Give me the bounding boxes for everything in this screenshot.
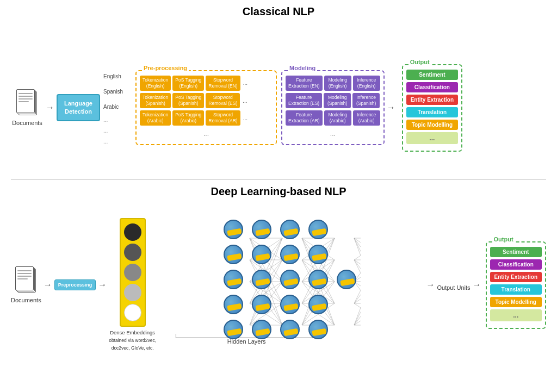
dl-arrow-3: → (424, 280, 437, 290)
dl-arrow-2: → (96, 280, 109, 290)
output-label-dl: Output (492, 236, 515, 242)
lang-detect-label: LanguageDetection (64, 100, 92, 115)
dl-out-classification: Classification (490, 259, 542, 270)
svg-line-69 (354, 303, 361, 325)
lang-dots-1: ... (103, 114, 135, 125)
nn-layer-4 (304, 220, 332, 339)
neuron-out-1 (337, 270, 356, 289)
modeling-es: Modeling(Spanish) (324, 93, 351, 108)
stopword-en: StopwordRemoval (EN) (206, 76, 240, 91)
pos-tagging-ar: PoS Tagging(Arabic) (172, 110, 204, 126)
neuron-2-5 (252, 320, 271, 339)
modeling-dots-row: ... (286, 128, 380, 140)
out-dots-classical: ... (406, 132, 458, 144)
neuron-2-1 (252, 220, 271, 239)
neuron-3-5 (280, 320, 300, 339)
output-units-wrapper: Output Units (437, 279, 470, 291)
out-classification: Classification (406, 82, 458, 92)
classical-documents: Documents (11, 89, 44, 126)
feat-extract-ar: FeatureExtraction (AR) (286, 110, 323, 126)
neuron-3-2 (280, 245, 300, 264)
doc-page-3 (16, 89, 35, 113)
proc-dots-2: ... (242, 98, 248, 104)
doc-stack (16, 89, 38, 117)
out-entity-extraction: Entity Extraction (406, 95, 458, 105)
dl-doc-page-3 (15, 266, 34, 290)
out-topic-modelling: Topic Modelling (406, 120, 458, 130)
neuron-1-4 (224, 295, 243, 314)
arrow-1: → (44, 103, 57, 113)
lang-detect-wrapper: LanguageDetection (57, 94, 100, 122)
embed-circle-2 (124, 244, 141, 261)
embed-circle-1 (124, 223, 141, 241)
model-row-es: FeatureExtraction (ES) Modeling(Spanish)… (286, 93, 380, 108)
classical-diagram: Documents → LanguageDetection English Sp… (11, 23, 546, 192)
output-box-dl: Output Sentiment Classification Entity E… (486, 241, 546, 329)
neuron-2-3 (252, 270, 271, 289)
modeling-en: Modeling(English) (324, 76, 351, 91)
proc-dots-row: ... (140, 128, 273, 140)
lang-spanish: Spanish (103, 84, 135, 99)
neuron-1-2 (224, 245, 243, 264)
output-box-classical: Output Sentiment Classification Entity E… (402, 64, 462, 152)
tokenization-ar: Tokenization(Arabic) (140, 110, 171, 126)
nn-layer-1 (219, 220, 247, 339)
pos-tagging-es: PoS Tagging(Spanish) (172, 93, 204, 108)
modeling-ar: Modeling(Arabic) (324, 110, 351, 126)
out-translation: Translation (406, 107, 458, 117)
nn-output-layer (332, 270, 361, 289)
dl-out-sentiment: Sentiment (490, 247, 542, 257)
lang-dots-3: ... (103, 136, 135, 147)
arrow-2: → (385, 103, 398, 113)
dl-doc-label: Documents (11, 297, 41, 303)
neuron-4-1 (308, 220, 328, 239)
dl-doc-stack (15, 266, 37, 295)
dl-arrow-4: → (471, 280, 484, 290)
out-sentiment: Sentiment (406, 70, 458, 80)
proc-row-arabic: Tokenization(Arabic) PoS Tagging(Arabic)… (140, 110, 273, 126)
inference-ar: Inference(Arabic) (353, 110, 380, 126)
neuron-3-1 (280, 220, 300, 239)
pos-tagging-en: PoS Tagging(English) (172, 76, 204, 91)
neuron-1-1 (224, 220, 243, 239)
svg-line-51 (354, 238, 361, 260)
svg-line-73 (354, 303, 361, 325)
stopword-ar: StopwordRemoval (AR) (206, 110, 240, 126)
proc-row-english: Tokenization(English) PoS Tagging(Englis… (140, 76, 273, 91)
neuron-4-2 (308, 245, 328, 264)
stopword-es: StopwordRemoval (ES) (206, 93, 240, 108)
nn-layer-3 (276, 220, 304, 339)
output-units-label: Output Units (437, 284, 470, 291)
dl-out-topic-modelling: Topic Modelling (490, 297, 542, 307)
nn-layer-2 (247, 220, 276, 339)
lang-english: English (103, 69, 135, 84)
dense-label: Dense Embeddingsobtained via word2vec,do… (109, 329, 156, 351)
dl-arrow-1: → (41, 280, 54, 290)
dl-out-entity-extraction: Entity Extraction (490, 272, 542, 282)
tokenization-es: Tokenization(Spanish) (140, 93, 171, 108)
neuron-4-3 (308, 270, 328, 289)
neuron-4-5 (308, 320, 328, 339)
preprocessing-label: Pre-processing (142, 65, 189, 71)
svg-line-55 (354, 238, 361, 260)
nn-area-wrapper: Hidden Layers (156, 225, 424, 345)
dl-preprocessing-box: Preprocessing (54, 279, 96, 290)
tokenization-en: Tokenization(English) (140, 76, 171, 91)
lang-arabic: Arabic (103, 99, 135, 114)
preprocessing-box: Pre-processing Tokenization(English) PoS… (135, 70, 277, 145)
embed-circle-4 (124, 284, 141, 301)
proc-dots-1: ... (242, 80, 249, 86)
model-row-ar: FeatureExtraction (AR) Modeling(Arabic) … (286, 110, 380, 126)
main-container: Classical NLP Documents (0, 0, 557, 354)
dense-embeddings-col: Dense Embeddingsobtained via word2vec,do… (109, 218, 156, 351)
dl-out-translation: Translation (490, 284, 542, 295)
embed-circle-3 (124, 264, 141, 281)
feat-extract-es: FeatureExtraction (ES) (286, 93, 322, 108)
proc-vert-dots: ... (203, 130, 209, 138)
dl-diagram: Documents → Preprocessing → Dense Embedd… (11, 203, 546, 366)
classical-section: Classical NLP Documents (11, 5, 546, 174)
proc-row-spanish: Tokenization(Spanish) PoS Tagging(Spanis… (140, 93, 273, 108)
lang-detect-box: LanguageDetection (57, 94, 100, 122)
dl-section: Deep Learning-based NLP Documents → (11, 185, 546, 349)
nn-layers-row (219, 225, 361, 334)
